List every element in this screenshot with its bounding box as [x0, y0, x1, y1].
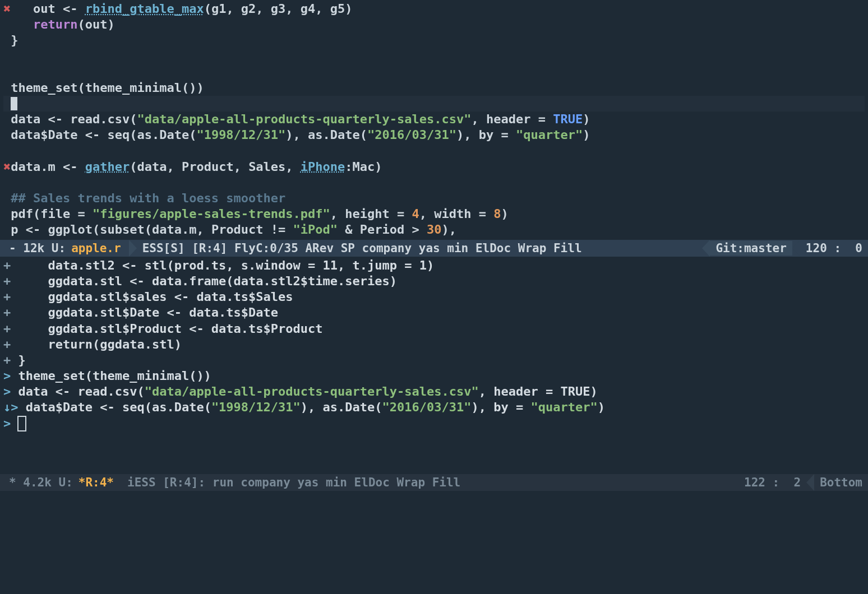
code-line[interactable]: return(out)	[3, 17, 865, 33]
token: ggdata.stl$Product <- data.ts$Product	[11, 322, 322, 336]
token: ), by =	[471, 400, 530, 414]
code-line[interactable]	[3, 96, 865, 112]
code-line[interactable]: > theme_set(theme_minimal())	[3, 368, 865, 384]
buffer-name[interactable]: apple.r	[71, 241, 121, 256]
code-line[interactable]	[3, 64, 865, 80]
gutter-indicator	[3, 143, 11, 157]
token: data.m	[11, 160, 63, 174]
code-line[interactable]: + ggdata.stl$Date <- data.ts$Date	[3, 305, 865, 321]
gutter-indicator	[3, 238, 11, 240]
repl-prompt: +	[3, 290, 11, 304]
editor-pane-top[interactable]: ✖ out <- rbind_gtable_max(g1, g2, g3, g4…	[0, 0, 868, 240]
modeline-top: - 12k U: apple.r ESS[S] [R:4] FlyC:0/35 …	[0, 240, 868, 257]
token: "quarter"	[530, 400, 597, 414]
token: rbind_gtable_max	[85, 2, 204, 16]
buffer-name[interactable]: *R:4*	[79, 475, 114, 490]
modeline-bottom: * 4.2k U: *R:4* iESS [R:4]: run company …	[0, 474, 868, 491]
repl-prompt: +	[3, 322, 11, 336]
repl-prompt: >	[3, 369, 11, 383]
code-line[interactable]: ✖ out <- rbind_gtable_max(g1, g2, g3, g4…	[3, 1, 865, 17]
gutter-indicator	[3, 112, 11, 126]
token: <-	[85, 128, 100, 142]
token: <-	[63, 160, 78, 174]
powerline-arrow-icon	[702, 240, 710, 257]
vc-status: Git:master	[710, 241, 792, 256]
token: "iPod"	[293, 222, 338, 236]
code-line[interactable]: ✖data.m <- gather(data, Product, Sales, …	[3, 159, 865, 175]
code-line[interactable]: p <- ggplot(subset(data.m, Product != "i…	[3, 222, 865, 238]
code-line[interactable]: ## Sales trends with a loess smoother	[3, 191, 865, 206]
token: "1998/12/31"	[211, 400, 301, 414]
powerline-arrow-icon	[792, 240, 800, 257]
token	[11, 17, 33, 31]
token: "quarter"	[516, 128, 583, 142]
token: ggdata.stl$sales <- data.ts$Sales	[11, 290, 293, 304]
repl-prompt: +	[3, 337, 11, 351]
token	[11, 416, 18, 430]
token: ggdata.stl <- data.frame(data.stl2$time.…	[11, 274, 397, 288]
gutter-indicator	[3, 128, 11, 142]
token: 8	[493, 207, 501, 221]
code-line[interactable]	[3, 48, 865, 64]
repl-pane-bottom[interactable]: + data.stl2 <- stl(prod.ts, s.window = 1…	[0, 257, 868, 474]
token: (data, Product, Sales,	[130, 160, 301, 174]
code-line[interactable]: + }	[3, 352, 865, 368]
modeline-modes: iESS [R:4]: run company yas min ElDoc Wr…	[122, 475, 466, 490]
code-line[interactable]: data <- read.csv("data/apple-all-product…	[3, 112, 865, 127]
gutter-indicator	[3, 17, 11, 31]
token: theme_set(theme_minimal())	[11, 81, 204, 95]
code-line[interactable]: pdf(file = "figures/apple-sales-trends.p…	[3, 206, 865, 222]
token	[77, 160, 85, 174]
repl-prompt: >	[3, 416, 11, 430]
token: <-	[26, 222, 41, 236]
code-line[interactable]: + data.stl2 <- stl(prod.ts, s.window = 1…	[3, 258, 865, 273]
token: data	[11, 112, 48, 126]
token: )	[583, 112, 590, 126]
gutter-indicator	[3, 191, 11, 205]
token: 4	[412, 207, 419, 221]
code-line[interactable]: ↓> data$Date <- seq(as.Date("1998/12/31"…	[3, 400, 865, 415]
token: "2016/03/31"	[382, 400, 472, 414]
token: 30	[427, 222, 442, 236]
gutter-indicator	[3, 49, 11, 63]
token: (out)	[77, 17, 114, 31]
token: ggplot(subset(data.m, Product !=	[40, 222, 293, 236]
token: , header = TRUE)	[479, 384, 598, 398]
token: ggdata.stl$Date <- data.ts$Date	[11, 305, 278, 319]
token: out	[11, 2, 63, 16]
gutter-indicator	[3, 222, 11, 236]
token: "2016/03/31"	[367, 128, 456, 142]
token: ), as.Date(	[301, 400, 382, 414]
minibuffer[interactable]	[0, 491, 868, 594]
token: }	[11, 33, 18, 47]
code-line[interactable]: }	[3, 33, 865, 48]
code-line[interactable]: theme_set(theme_minimal())	[3, 80, 865, 96]
code-line[interactable]: + ggdata.stl$sales <- data.ts$Sales	[3, 289, 865, 305]
token: ## Sales trends with a loess smoother	[11, 191, 285, 205]
token: ), by =	[456, 128, 516, 142]
code-line[interactable]: > data <- read.csv("data/apple-all-produ…	[3, 384, 865, 400]
token: <-	[63, 2, 78, 16]
token: pdf(file =	[11, 207, 93, 221]
code-line[interactable]: + ggdata.stl <- data.frame(data.stl2$tim…	[3, 273, 865, 289]
code-line[interactable]: + ggdata.stl$Product <- data.ts$Product	[3, 321, 865, 337]
repl-prompt: >	[3, 384, 11, 398]
token: <-	[48, 112, 63, 126]
token: data.stl2 <- stl(prod.ts, s.window = 11,…	[11, 258, 434, 272]
token: "data/apple-all-products-quarterly-sales…	[137, 112, 471, 126]
code-line[interactable]	[3, 143, 865, 159]
gutter-indicator	[3, 81, 11, 95]
code-line[interactable]	[3, 175, 865, 191]
code-line[interactable]: >	[3, 416, 865, 431]
repl-prompt: +	[3, 353, 11, 367]
powerline-arrow-icon	[129, 240, 137, 257]
token: , width =	[419, 207, 493, 221]
token: gather	[85, 160, 130, 174]
token: aes(x = Date, y = Sales,	[11, 238, 278, 240]
token: theme_set(theme_minimal())	[11, 369, 211, 383]
token: TRUE	[553, 112, 583, 126]
code-line[interactable]: data$Date <- seq(as.Date("1998/12/31"), …	[3, 127, 865, 143]
repl-prompt: +	[3, 258, 11, 272]
token: & Period >	[338, 222, 427, 236]
code-line[interactable]: + return(ggdata.stl)	[3, 337, 865, 352]
